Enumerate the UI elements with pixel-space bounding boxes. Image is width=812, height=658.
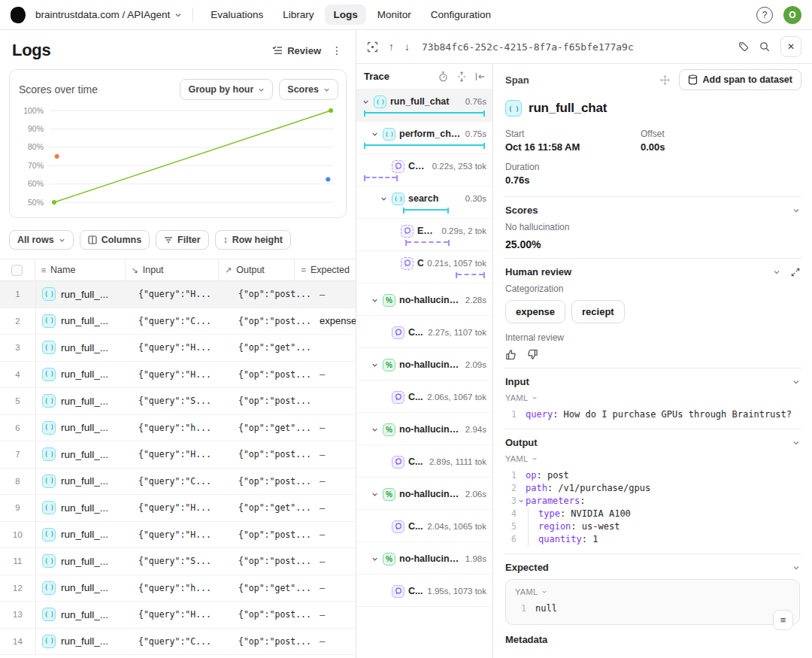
select-all-checkbox[interactable] <box>11 265 23 276</box>
workspace-switcher[interactable]: braintrustdata.com / APIAgent <box>35 9 182 20</box>
trace-tree-node[interactable]: ( )perform_cha...0.75s <box>356 122 492 154</box>
trace-tree-node[interactable]: Em...0.29s, 2 tok <box>356 219 492 251</box>
table-row[interactable]: 11( )run_full_...{"query":"S...{"op":"po… <box>0 548 356 575</box>
row-height-button[interactable]: ↕ Row height <box>215 230 291 250</box>
cell-name: ( )run_full_... <box>36 368 132 381</box>
function-icon: ( ) <box>42 314 56 328</box>
chevron-down-icon <box>174 11 182 19</box>
columns-button[interactable]: Columns <box>80 230 150 250</box>
cell-input: {"query":"C... <box>132 476 232 487</box>
stopwatch-icon[interactable] <box>438 71 448 82</box>
more-menu-icon[interactable]: ⋮ <box>329 43 345 58</box>
category-chip-expense[interactable]: expense <box>505 300 565 323</box>
thumbs-up-icon[interactable] <box>505 349 517 360</box>
cell-name: ( )run_full_... <box>36 314 132 328</box>
move-icon[interactable] <box>660 75 670 85</box>
thumbs-down-icon[interactable] <box>527 349 538 360</box>
tab-evaluations[interactable]: Evaluations <box>202 5 271 25</box>
llm-icon <box>392 585 404 598</box>
tag-icon[interactable] <box>738 41 749 52</box>
avatar[interactable]: O <box>783 6 801 24</box>
table-row[interactable]: 6( )run_full_...{"query":"h...{"op":"get… <box>0 415 356 442</box>
column-header-name[interactable]: ≡Name <box>35 259 125 280</box>
close-icon[interactable]: ✕ <box>780 36 801 57</box>
chevron-down-icon[interactable] <box>371 491 379 498</box>
column-header-output[interactable]: ↗Output <box>218 259 294 280</box>
trace-tree-node[interactable]: %no-hallucina...2.28s <box>356 284 492 316</box>
expected-format-dropdown[interactable]: YAML <box>515 587 790 596</box>
group-by-dropdown[interactable]: Group by hour <box>180 79 273 100</box>
chevron-down-icon[interactable] <box>362 99 370 105</box>
chevron-down-icon[interactable] <box>792 439 800 447</box>
chevron-down-icon[interactable] <box>371 556 379 562</box>
llm-icon <box>392 520 404 533</box>
table-row[interactable]: 8( )run_full_...{"query":"C...{"op":"pos… <box>0 468 356 496</box>
filter-button[interactable]: Filter <box>156 230 209 250</box>
tab-library[interactable]: Library <box>274 5 322 25</box>
trace-tree-node[interactable]: C...2.04s, 1065 tok <box>356 510 492 542</box>
table-row[interactable]: 10( )run_full_...{"query":"H...{"op":"po… <box>0 522 356 549</box>
table-row[interactable]: 12( )run_full_...{"query":"h...{"op":"ge… <box>0 575 356 602</box>
trace-tree-node[interactable]: C...2.27s, 1107 tok <box>356 316 492 348</box>
table-row[interactable]: 1( )run_full_...{"query":"H...{"op":"pos… <box>0 281 356 308</box>
trace-tree-node[interactable]: C...2.06s, 1067 tok <box>356 381 492 413</box>
cell-output: {"op":"get"... <box>232 342 314 353</box>
chevron-down-icon[interactable] <box>371 297 379 304</box>
trace-tree-node[interactable]: %no-hallucina...2.09s <box>356 348 492 381</box>
chevron-down-icon[interactable] <box>792 207 800 214</box>
table-row[interactable]: 9( )run_full_...{"query":"H...{"op":"get… <box>0 495 356 522</box>
input-format-dropdown[interactable]: YAML <box>505 393 800 402</box>
scores-dropdown[interactable]: Scores <box>279 79 338 100</box>
trace-tree-node[interactable]: ( )search0.30s <box>356 186 492 219</box>
table-row[interactable]: 13( )run_full_...{"query":"H...{"op":"po… <box>0 602 356 629</box>
focus-scan-icon[interactable] <box>367 41 378 53</box>
trace-tree-node[interactable]: C...2.89s, 1111 tok <box>356 445 492 478</box>
tab-configuration[interactable]: Configuration <box>423 5 499 25</box>
chevron-down-icon[interactable] <box>371 362 379 368</box>
trace-tree-node[interactable]: C...1.95s, 1073 tok <box>356 575 492 607</box>
llm-icon <box>392 456 404 468</box>
column-header-input[interactable]: ↘Input <box>125 259 219 280</box>
collapse-panel-icon[interactable] <box>475 72 485 81</box>
column-header-expected[interactable]: =Expected <box>294 259 356 280</box>
table-row[interactable]: 3( )run_full_...{"query":"H...{"op":"get… <box>0 335 356 362</box>
expected-code[interactable]: 1null <box>515 602 790 615</box>
table-row[interactable]: 14( )run_full_...{"query":"C...{"op":"po… <box>0 629 356 656</box>
chevron-down-icon <box>323 86 330 93</box>
expand-diagonal-icon[interactable] <box>791 268 800 277</box>
chevron-down-icon[interactable] <box>792 564 800 572</box>
previous-trace-icon[interactable]: ↑ <box>389 41 394 53</box>
trace-tree-node[interactable]: %no-hallucina...1.98s <box>356 542 492 575</box>
human-review-section-title: Human review <box>505 266 773 277</box>
chevron-down-icon[interactable] <box>773 268 780 276</box>
trace-tree-node[interactable]: ( )run_full_chat0.76s <box>356 89 492 122</box>
tab-logs[interactable]: Logs <box>325 5 365 25</box>
editor-menu-icon[interactable]: ≡ <box>773 610 793 630</box>
chevron-down-icon[interactable] <box>792 378 800 386</box>
trace-tree-node[interactable]: Ch...0.22s, 253 tok <box>356 154 492 186</box>
add-span-to-dataset-button[interactable]: Add span to dataset <box>679 69 801 90</box>
chevron-down-icon[interactable] <box>380 196 388 202</box>
table-row[interactable]: 2( )run_full_...{"query":"C...{"op":"pos… <box>0 308 356 335</box>
review-button[interactable]: Review <box>272 45 321 56</box>
chevron-down-icon[interactable] <box>371 426 379 433</box>
category-chip-reciept[interactable]: reciept <box>571 300 625 323</box>
trace-tree-node[interactable]: %no-hallucina...2.06s <box>356 478 492 510</box>
chevron-down-icon[interactable] <box>371 131 379 138</box>
cell-name: ( )run_full_... <box>36 447 132 461</box>
trace-tree-node[interactable]: C...0.21s, 1057 tok <box>356 251 492 284</box>
next-trace-icon[interactable]: ↓ <box>404 41 410 53</box>
all-rows-dropdown[interactable]: All rows <box>9 230 74 250</box>
search-icon[interactable] <box>759 41 770 52</box>
table-row[interactable]: 5( )run_full_...{"query":"S...{"op":"pos… <box>0 388 356 415</box>
span-duration: 2.06s, 1067 tok <box>427 393 486 402</box>
expand-all-icon[interactable] <box>457 71 466 82</box>
trace-tree-node[interactable]: %no-hallucina...2.94s <box>356 413 492 445</box>
tab-monitor[interactable]: Monitor <box>369 5 420 25</box>
span-panel: Span Add span to dataset ( ) run_full_ch… <box>493 64 812 658</box>
help-icon[interactable]: ? <box>756 7 773 23</box>
table-row[interactable]: 4( )run_full_...{"query":"H...{"op":"pos… <box>0 362 356 389</box>
output-format-dropdown[interactable]: YAML <box>505 454 800 463</box>
cell-expected: expense <box>314 315 356 326</box>
table-row[interactable]: 7( )run_full_...{"query":"H...{"op":"pos… <box>0 441 356 468</box>
